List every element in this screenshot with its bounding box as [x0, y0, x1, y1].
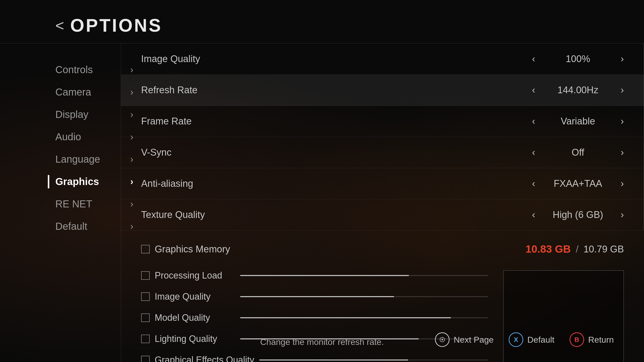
progress-bar-wrap-model-quality: [240, 317, 488, 318]
arrow-left-texture-quality[interactable]: ‹: [532, 209, 535, 220]
progress-bar-wrap-processing-load: [240, 275, 488, 276]
arrow-right-frame-rate[interactable]: ›: [621, 116, 624, 127]
main-layout: Controls›Camera›Display›Audio›Language›G…: [0, 43, 644, 360]
progress-item-graphical-effects: Graphical Effects Quality: [141, 355, 488, 362]
setting-controls-v-sync: ‹Off›: [532, 147, 624, 158]
arrow-left-refresh-rate[interactable]: ‹: [532, 85, 535, 96]
btn-item-default-btn[interactable]: XDefault: [509, 332, 554, 347]
setting-label-texture-quality: Texture Quality: [141, 209, 532, 220]
progress-section: Processing LoadImage QualityModel Qualit…: [121, 270, 644, 362]
setting-controls-frame-rate: ‹Variable›: [532, 116, 624, 127]
progress-checkbox-model-quality[interactable]: [141, 313, 150, 322]
arrow-right-texture-quality[interactable]: ›: [621, 209, 624, 220]
btn-icon-next-page: [435, 332, 450, 347]
setting-row-v-sync: V-Sync‹Off›: [121, 137, 644, 168]
progress-list: Processing LoadImage QualityModel Qualit…: [141, 270, 488, 362]
progress-checkbox-processing-load[interactable]: [141, 271, 150, 280]
setting-value-anti-aliasing: FXAA+TAA: [543, 178, 613, 189]
sidebar-label-audio: Audio: [55, 131, 81, 143]
progress-item-model-quality: Model Quality: [141, 312, 488, 323]
btn-label-return-btn: Return: [588, 335, 614, 345]
memory-label: Graphics Memory: [155, 244, 230, 255]
sidebar-label-language: Language: [55, 154, 100, 165]
setting-label-frame-rate: Frame Rate: [141, 116, 532, 127]
setting-label-anti-aliasing: Anti-aliasing: [141, 178, 532, 189]
sidebar-label-default: Default: [55, 221, 87, 232]
settings-list: Image Quality‹100%›Refresh Rate‹144.00Hz…: [121, 43, 644, 231]
setting-controls-anti-aliasing: ‹FXAA+TAA›: [532, 178, 624, 189]
progress-bar-bg-processing-load: [240, 275, 488, 276]
memory-row: Graphics Memory 10.83 GB / 10.79 GB: [141, 243, 624, 255]
progress-checkbox-graphical-effects[interactable]: [141, 356, 150, 362]
setting-label-v-sync: V-Sync: [141, 147, 532, 158]
btn-item-return-btn[interactable]: BReturn: [570, 332, 614, 347]
hint-text: Change the monitor refresh rate.: [260, 337, 384, 347]
arrow-right-anti-aliasing[interactable]: ›: [621, 178, 624, 189]
setting-controls-image-quality: ‹100%›: [532, 54, 624, 64]
sidebar-label-controls: Controls: [55, 64, 93, 75]
back-arrow-icon[interactable]: <: [55, 17, 66, 34]
memory-separator: /: [576, 244, 579, 255]
setting-controls-refresh-rate: ‹144.00Hz›: [532, 85, 624, 96]
setting-row-frame-rate: Frame Rate‹Variable›: [121, 106, 644, 137]
progress-bar-bg-image-quality-bar: [240, 296, 488, 297]
progress-label-model-quality: Model Quality: [155, 312, 235, 323]
arrow-right-refresh-rate[interactable]: ›: [621, 85, 624, 96]
button-row: Next PageXDefaultBReturn: [435, 332, 614, 347]
progress-item-image-quality-bar: Image Quality: [141, 291, 488, 302]
header-title-group: < OPTIONS: [55, 15, 644, 36]
progress-label-graphical-effects: Graphical Effects Quality: [155, 355, 254, 362]
arrow-left-image-quality[interactable]: ‹: [532, 54, 535, 64]
sidebar-label-camera: Camera: [55, 86, 91, 98]
progress-label-processing-load: Processing Load: [155, 270, 235, 281]
progress-bar-wrap-graphical-effects: [259, 359, 488, 360]
memory-used: 10.83 GB: [526, 243, 571, 255]
setting-label-refresh-rate: Refresh Rate: [141, 85, 532, 96]
setting-row-anti-aliasing: Anti-aliasing‹FXAA+TAA›: [121, 168, 644, 199]
right-panel: Image Quality‹100%›Refresh Rate‹144.00Hz…: [121, 43, 644, 360]
progress-bar-fill-image-quality-bar: [240, 296, 394, 297]
arrow-right-image-quality[interactable]: ›: [621, 54, 624, 64]
preview-box: [503, 270, 624, 362]
setting-value-v-sync: Off: [543, 147, 613, 158]
progress-item-processing-load: Processing Load: [141, 270, 488, 281]
btn-item-next-page[interactable]: Next Page: [435, 332, 494, 347]
setting-controls-texture-quality: ‹High (6 GB)›: [532, 209, 624, 220]
sidebar: Controls›Camera›Display›Audio›Language›G…: [0, 43, 121, 360]
btn-icon-return-btn: B: [570, 332, 584, 347]
memory-checkbox[interactable]: [141, 245, 150, 253]
progress-bar-wrap-image-quality-bar: [240, 296, 488, 297]
sidebar-label-graphics: Graphics: [55, 176, 99, 187]
progress-bar-fill-model-quality: [240, 317, 451, 318]
setting-label-image-quality: Image Quality: [141, 54, 532, 64]
progress-bar-bg-graphical-effects: [259, 359, 488, 360]
arrow-left-anti-aliasing[interactable]: ‹: [532, 178, 535, 189]
sidebar-label-re-net: RE NET: [55, 198, 92, 210]
memory-value-wrap: 10.83 GB / 10.79 GB: [526, 243, 624, 255]
arrow-left-v-sync[interactable]: ‹: [532, 147, 535, 158]
progress-bar-fill-processing-load: [240, 275, 409, 276]
progress-bar-bg-model-quality: [240, 317, 488, 318]
memory-label-wrap: Graphics Memory: [141, 244, 230, 255]
setting-row-image-quality: Image Quality‹100%›: [121, 43, 644, 75]
page-title: OPTIONS: [70, 15, 162, 36]
progress-label-image-quality-bar: Image Quality: [155, 291, 235, 302]
sidebar-label-display: Display: [55, 109, 88, 120]
arrow-right-v-sync[interactable]: ›: [621, 147, 624, 158]
header: < OPTIONS: [0, 0, 644, 43]
memory-section: Graphics Memory 10.83 GB / 10.79 GB: [121, 231, 644, 270]
arrow-left-frame-rate[interactable]: ‹: [532, 116, 535, 127]
setting-value-frame-rate: Variable: [543, 116, 613, 127]
setting-value-texture-quality: High (6 GB): [543, 209, 613, 220]
main-content: < OPTIONS Controls›Camera›Display›Audio›…: [0, 0, 644, 362]
btn-label-next-page: Next Page: [454, 335, 494, 345]
setting-row-refresh-rate: Refresh Rate‹144.00Hz›: [121, 75, 644, 106]
btn-icon-default-btn: X: [509, 332, 523, 347]
setting-row-texture-quality: Texture Quality‹High (6 GB)›: [121, 199, 644, 231]
progress-bar-fill-graphical-effects: [259, 359, 408, 360]
setting-value-image-quality: 100%: [543, 54, 613, 64]
btn-label-default-btn: Default: [527, 335, 554, 345]
setting-value-refresh-rate: 144.00Hz: [543, 85, 613, 96]
progress-checkbox-image-quality-bar[interactable]: [141, 292, 150, 301]
memory-total: 10.79 GB: [583, 244, 624, 255]
